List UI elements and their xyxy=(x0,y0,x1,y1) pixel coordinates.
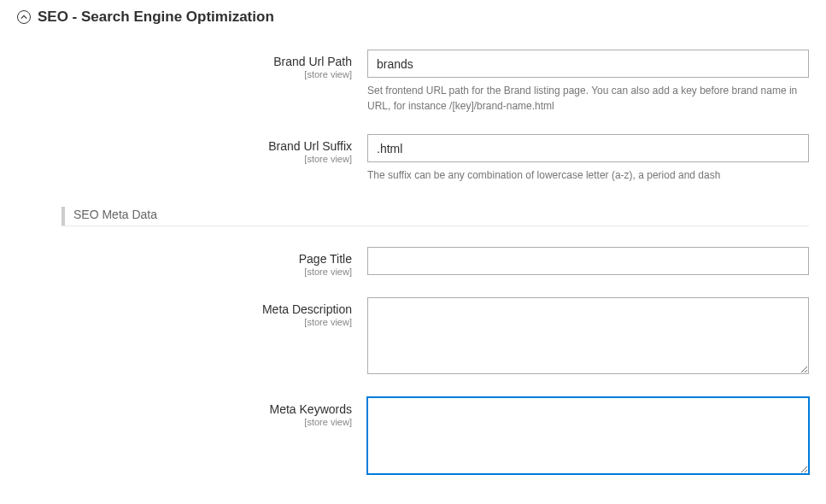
input-col xyxy=(367,297,809,377)
field-scope: [store view] xyxy=(17,417,352,427)
field-scope: [store view] xyxy=(17,69,352,79)
page-title-input[interactable] xyxy=(367,247,809,275)
label-col: Meta Keywords [store view] xyxy=(17,397,367,427)
field-row-brand-url-path: Brand Url Path [store view] Set frontend… xyxy=(17,50,809,114)
subsection-bar xyxy=(62,207,65,226)
chevron-up-icon xyxy=(17,10,31,24)
brand-url-path-input[interactable] xyxy=(367,50,809,78)
input-col: Set frontend URL path for the Brand list… xyxy=(367,50,809,114)
field-label: Page Title xyxy=(17,252,352,266)
field-label: Meta Description xyxy=(17,302,352,316)
field-scope: [store view] xyxy=(17,317,352,327)
label-col: Brand Url Path [store view] xyxy=(17,50,367,79)
field-row-brand-url-suffix: Brand Url Suffix [store view] The suffix… xyxy=(17,134,809,183)
meta-description-textarea[interactable] xyxy=(367,297,809,374)
input-col: The suffix can be any combination of low… xyxy=(367,134,809,183)
subsection-title: SEO Meta Data xyxy=(73,208,157,225)
section-header[interactable]: SEO - Search Engine Optimization xyxy=(17,9,809,26)
field-help: Set frontend URL path for the Brand list… xyxy=(367,83,809,114)
field-label: Meta Keywords xyxy=(17,402,352,416)
field-row-meta-keywords: Meta Keywords [store view] xyxy=(17,397,809,477)
meta-keywords-textarea[interactable] xyxy=(367,397,809,474)
field-label: Brand Url Suffix xyxy=(17,139,352,153)
field-help: The suffix can be any combination of low… xyxy=(367,167,809,183)
section-title: SEO - Search Engine Optimization xyxy=(38,9,274,26)
label-col: Meta Description [store view] xyxy=(17,297,367,327)
field-label: Brand Url Path xyxy=(17,55,352,68)
field-row-page-title: Page Title [store view] xyxy=(17,247,809,277)
input-col xyxy=(367,397,809,477)
label-col: Brand Url Suffix [store view] xyxy=(17,134,367,164)
label-col: Page Title [store view] xyxy=(17,247,367,277)
subsection-header: SEO Meta Data xyxy=(62,207,809,226)
field-scope: [store view] xyxy=(17,267,352,277)
field-scope: [store view] xyxy=(17,154,352,164)
input-col xyxy=(367,247,809,275)
field-row-meta-description: Meta Description [store view] xyxy=(17,297,809,377)
brand-url-suffix-input[interactable] xyxy=(367,134,809,162)
